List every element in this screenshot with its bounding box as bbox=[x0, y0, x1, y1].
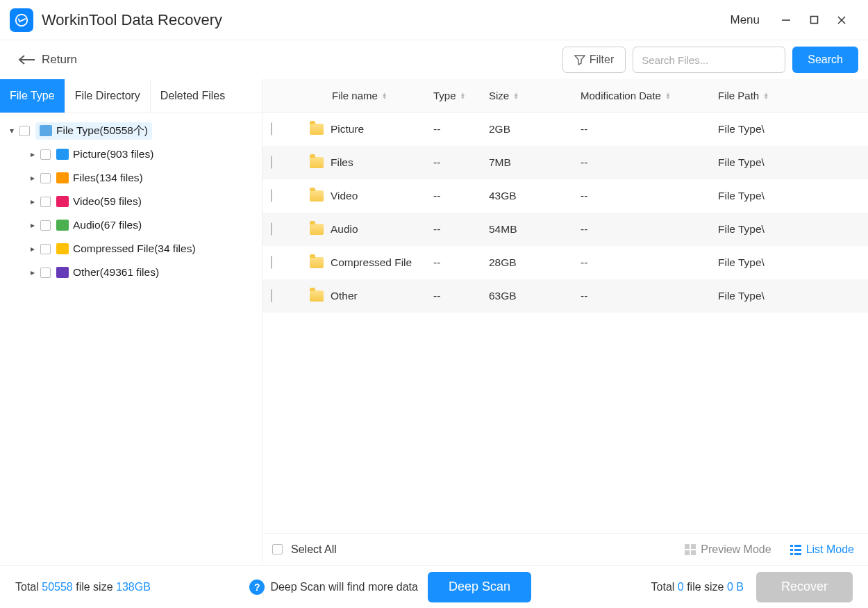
svg-rect-2 bbox=[810, 17, 817, 24]
app-logo bbox=[10, 8, 33, 32]
title-bar: WorkinTool Data Recovery Menu bbox=[0, 0, 868, 40]
cell-path: File Type\ bbox=[710, 223, 868, 236]
svg-rect-6 bbox=[685, 544, 690, 549]
deep-scan-button[interactable]: Deep Scan bbox=[428, 572, 531, 602]
tree-item-label: Other(49361 files) bbox=[73, 266, 159, 279]
tree-item[interactable]: ▸Picture(903 files) bbox=[4, 142, 262, 166]
list-mode-button[interactable]: List Mode bbox=[790, 543, 854, 556]
cell-name: Video bbox=[331, 190, 358, 202]
return-button[interactable]: Return bbox=[18, 53, 77, 67]
category-icon bbox=[56, 267, 69, 278]
folder-icon bbox=[310, 257, 324, 268]
col-header-size-label: Size bbox=[489, 90, 509, 101]
search-input[interactable] bbox=[633, 47, 785, 73]
checkbox[interactable] bbox=[271, 189, 272, 202]
table-row[interactable]: Other--63GB--File Type\ bbox=[262, 279, 868, 313]
tree-item[interactable]: ▸Other(49361 files) bbox=[4, 261, 262, 284]
category-icon bbox=[56, 196, 69, 207]
list-mode-label: List Mode bbox=[806, 543, 854, 556]
checkbox[interactable] bbox=[40, 149, 51, 160]
checkbox[interactable] bbox=[40, 220, 51, 231]
filter-button[interactable]: Filter bbox=[562, 47, 626, 73]
tree-item[interactable]: ▸Video(59 files) bbox=[4, 190, 262, 213]
col-header-size[interactable]: Size ▲▼ bbox=[481, 90, 572, 101]
search-button[interactable]: Search bbox=[792, 47, 858, 73]
maximize-button[interactable] bbox=[800, 15, 828, 24]
svg-rect-7 bbox=[691, 544, 696, 549]
chevron-right-icon[interactable]: ▸ bbox=[28, 244, 37, 254]
svg-rect-14 bbox=[790, 553, 793, 555]
checkbox[interactable] bbox=[271, 222, 272, 236]
footer-total: Total 50558 file size 138GB bbox=[15, 581, 151, 593]
minimize-button[interactable] bbox=[772, 15, 800, 25]
cell-date: -- bbox=[572, 190, 710, 202]
cell-type: -- bbox=[425, 256, 481, 269]
tree-item-label: Video(59 files) bbox=[73, 195, 142, 208]
sort-icon: ▲▼ bbox=[665, 92, 671, 99]
grid-icon bbox=[684, 543, 696, 556]
tree-item[interactable]: ▸Compressed File(34 files) bbox=[4, 237, 262, 261]
recover-button[interactable]: Recover bbox=[756, 572, 853, 602]
cell-path: File Type\ bbox=[710, 256, 868, 269]
chevron-right-icon[interactable]: ▸ bbox=[28, 197, 37, 206]
checkbox[interactable] bbox=[40, 197, 51, 207]
checkbox[interactable] bbox=[271, 122, 272, 135]
table-row[interactable]: Video--43GB--File Type\ bbox=[262, 179, 868, 213]
folder-icon bbox=[310, 190, 324, 202]
cell-name: Picture bbox=[331, 123, 364, 135]
deep-scan-info-label: Deep Scan will find more data bbox=[270, 581, 418, 593]
checkbox[interactable] bbox=[271, 256, 272, 269]
sort-icon: ▲▼ bbox=[382, 92, 387, 99]
checkbox[interactable] bbox=[40, 173, 51, 183]
tab-file-directory[interactable]: File Directory bbox=[65, 79, 151, 113]
cell-size: 54MB bbox=[481, 223, 572, 236]
col-header-date[interactable]: Modification Date ▲▼ bbox=[572, 90, 710, 101]
close-button[interactable] bbox=[828, 15, 856, 25]
checkbox[interactable] bbox=[271, 289, 272, 302]
tree-item[interactable]: ▸Files(134 files) bbox=[4, 166, 262, 190]
table-area: File name ▲▼ Type ▲▼ Size ▲▼ Modificatio… bbox=[262, 79, 868, 565]
checkbox[interactable] bbox=[40, 244, 51, 254]
preview-mode-button[interactable]: Preview Mode bbox=[684, 543, 771, 556]
chevron-right-icon[interactable]: ▸ bbox=[28, 173, 37, 183]
svg-rect-9 bbox=[691, 550, 696, 555]
chevron-right-icon[interactable]: ▸ bbox=[28, 220, 37, 230]
svg-rect-8 bbox=[685, 550, 690, 555]
tab-file-type[interactable]: File Type bbox=[0, 79, 65, 113]
footer-selection-total: Total 0 file size 0 B bbox=[651, 581, 744, 593]
tree-root[interactable]: ▾ File Type(50558个) bbox=[4, 119, 262, 142]
checkbox[interactable] bbox=[40, 268, 51, 278]
chevron-right-icon[interactable]: ▸ bbox=[28, 149, 37, 159]
chevron-right-icon[interactable]: ▸ bbox=[28, 268, 37, 277]
category-icon bbox=[56, 172, 69, 183]
sidebar-tabs: File Type File Directory Deleted Files bbox=[0, 79, 262, 113]
filter-label: Filter bbox=[590, 54, 615, 66]
table-row[interactable]: Audio--54MB--File Type\ bbox=[262, 213, 868, 246]
select-all-label: Select All bbox=[291, 543, 337, 556]
table-body: Picture--2GB--File Type\Files--7MB--File… bbox=[262, 113, 868, 533]
category-icon bbox=[56, 243, 69, 254]
cell-size: 7MB bbox=[481, 156, 572, 169]
col-header-type[interactable]: Type ▲▼ bbox=[425, 90, 481, 101]
filter-icon bbox=[574, 54, 585, 65]
table-row[interactable]: Picture--2GB--File Type\ bbox=[262, 113, 868, 146]
drive-icon bbox=[40, 125, 52, 136]
col-header-name[interactable]: File name ▲▼ bbox=[301, 90, 425, 101]
table-row[interactable]: Compressed File--28GB--File Type\ bbox=[262, 246, 868, 279]
close-icon bbox=[837, 15, 846, 25]
chevron-down-icon[interactable]: ▾ bbox=[7, 126, 17, 135]
deep-scan-info: ? Deep Scan will find more data bbox=[249, 580, 418, 595]
cell-path: File Type\ bbox=[710, 290, 868, 302]
folder-icon bbox=[310, 290, 324, 302]
cell-size: 28GB bbox=[481, 256, 572, 269]
info-icon: ? bbox=[249, 580, 265, 595]
tab-deleted-files[interactable]: Deleted Files bbox=[151, 79, 235, 113]
select-all-checkbox[interactable] bbox=[272, 544, 283, 554]
col-header-path[interactable]: File Path ▲▼ bbox=[710, 90, 868, 101]
table-row[interactable]: Files--7MB--File Type\ bbox=[262, 146, 868, 179]
menu-button[interactable]: Menu bbox=[730, 13, 760, 27]
checkbox[interactable] bbox=[19, 126, 30, 136]
maximize-icon bbox=[810, 15, 819, 24]
checkbox[interactable] bbox=[271, 156, 272, 169]
tree-item[interactable]: ▸Audio(67 files) bbox=[4, 213, 262, 237]
